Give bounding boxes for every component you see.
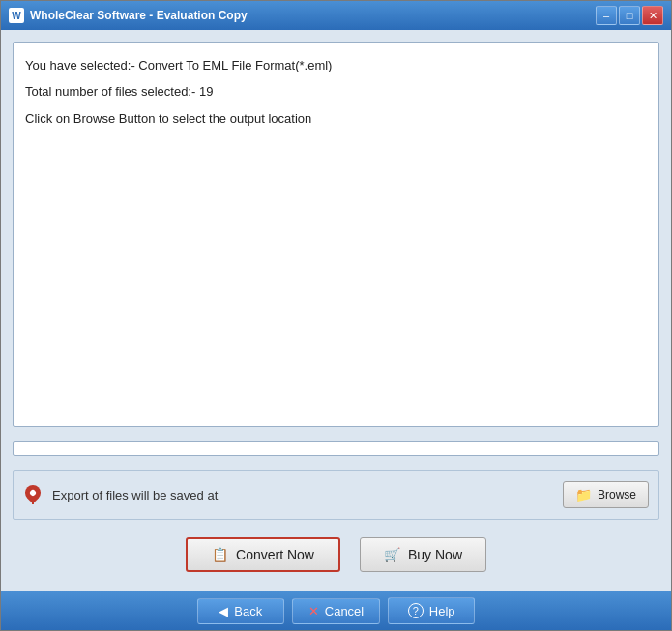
export-label: Export of files will be saved at <box>52 488 553 502</box>
title-bar: W WholeClear Software - Evaluation Copy … <box>1 1 671 30</box>
maximize-button[interactable]: □ <box>619 6 640 25</box>
back-button[interactable]: ◀ Back <box>197 598 284 624</box>
cancel-icon: ✕ <box>308 604 319 618</box>
progress-area <box>13 437 659 460</box>
convert-now-button[interactable]: 📋 Convert Now <box>186 537 340 572</box>
pin-head <box>22 482 44 504</box>
window-controls: – □ ✕ <box>596 6 663 25</box>
back-icon: ◀ <box>219 604 228 618</box>
location-pin-icon <box>23 485 43 504</box>
action-row: 📋 Convert Now 🛒 Buy Now <box>13 530 659 580</box>
help-button[interactable]: ? Help <box>388 597 475 624</box>
export-row: Export of files will be saved at 📁 Brows… <box>13 470 659 520</box>
help-label: Help <box>429 604 455 618</box>
window-title: WholeClear Software - Evaluation Copy <box>30 9 596 22</box>
progress-bar-track <box>13 441 659 456</box>
buy-now-button[interactable]: 🛒 Buy Now <box>360 537 486 572</box>
main-window: W WholeClear Software - Evaluation Copy … <box>0 0 672 631</box>
buy-label: Buy Now <box>408 547 462 562</box>
folder-icon: 📁 <box>575 487 592 502</box>
cancel-button[interactable]: ✕ Cancel <box>292 598 380 624</box>
convert-label: Convert Now <box>236 547 314 562</box>
minimize-button[interactable]: – <box>596 6 617 25</box>
output-line-1: You have selected:- Convert To EML File … <box>25 54 647 76</box>
close-button[interactable]: ✕ <box>642 6 663 25</box>
cancel-label: Cancel <box>325 604 364 618</box>
main-content: You have selected:- Convert To EML File … <box>1 30 671 591</box>
output-line-2: Total number of files selected:- 19 <box>25 80 647 102</box>
browse-label: Browse <box>598 488 636 502</box>
browse-button[interactable]: 📁 Browse <box>563 481 649 508</box>
buy-icon: 🛒 <box>384 547 400 562</box>
convert-icon: 📋 <box>212 547 228 562</box>
back-label: Back <box>234 604 262 618</box>
output-box: You have selected:- Convert To EML File … <box>13 42 659 427</box>
app-icon: W <box>9 8 24 23</box>
help-icon: ? <box>408 603 424 618</box>
output-line-3: Click on Browse Button to select the out… <box>25 107 647 129</box>
nav-bar: ◀ Back ✕ Cancel ? Help <box>1 591 671 630</box>
